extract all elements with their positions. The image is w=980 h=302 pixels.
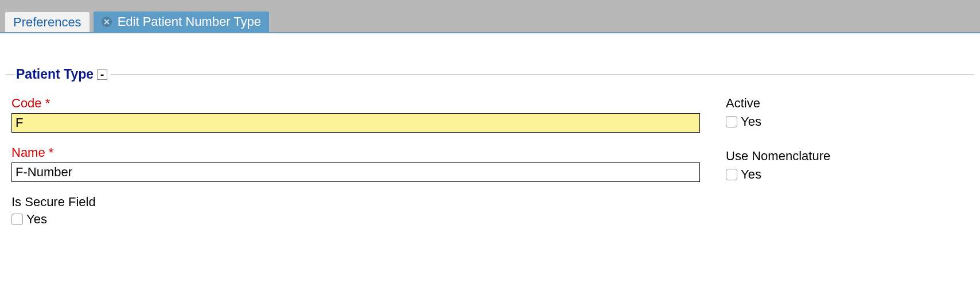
- name-label: Name: [11, 145, 700, 160]
- is-secure-option: Yes: [26, 212, 47, 227]
- code-input[interactable]: [11, 113, 700, 133]
- name-field: Name: [11, 145, 700, 182]
- use-nomenclature-option: Yes: [741, 167, 761, 182]
- tab-preferences[interactable]: Preferences: [5, 11, 90, 32]
- is-secure-field: Is Secure Field Yes: [11, 195, 700, 227]
- code-field: Code: [11, 96, 700, 133]
- tab-bar: Preferences Edit Patient Number Type: [0, 0, 980, 33]
- collapse-icon[interactable]: -: [97, 69, 107, 80]
- group-legend: Patient Type -: [15, 67, 111, 82]
- active-field: Active Yes: [726, 96, 969, 129]
- use-nomenclature-checkbox[interactable]: [726, 169, 737, 180]
- close-icon[interactable]: [102, 17, 112, 27]
- active-checkbox[interactable]: [726, 116, 737, 127]
- tab-label: Preferences: [13, 15, 81, 30]
- group-title: Patient Type: [16, 67, 94, 82]
- tab-edit-patient-number-type[interactable]: Edit Patient Number Type: [94, 11, 269, 32]
- is-secure-label: Is Secure Field: [11, 195, 700, 210]
- content-area: Patient Type - Code Name Is Secure Field: [0, 33, 980, 280]
- tab-label: Edit Patient Number Type: [118, 14, 261, 29]
- use-nomenclature-label: Use Nomenclature: [726, 149, 969, 164]
- use-nomenclature-field: Use Nomenclature Yes: [726, 149, 969, 182]
- name-input[interactable]: [11, 162, 700, 182]
- active-option: Yes: [741, 114, 761, 129]
- active-label: Active: [726, 96, 969, 111]
- is-secure-checkbox[interactable]: [11, 214, 23, 225]
- patient-type-group: Patient Type - Code Name Is Secure Field: [6, 67, 974, 257]
- code-label: Code: [11, 96, 700, 111]
